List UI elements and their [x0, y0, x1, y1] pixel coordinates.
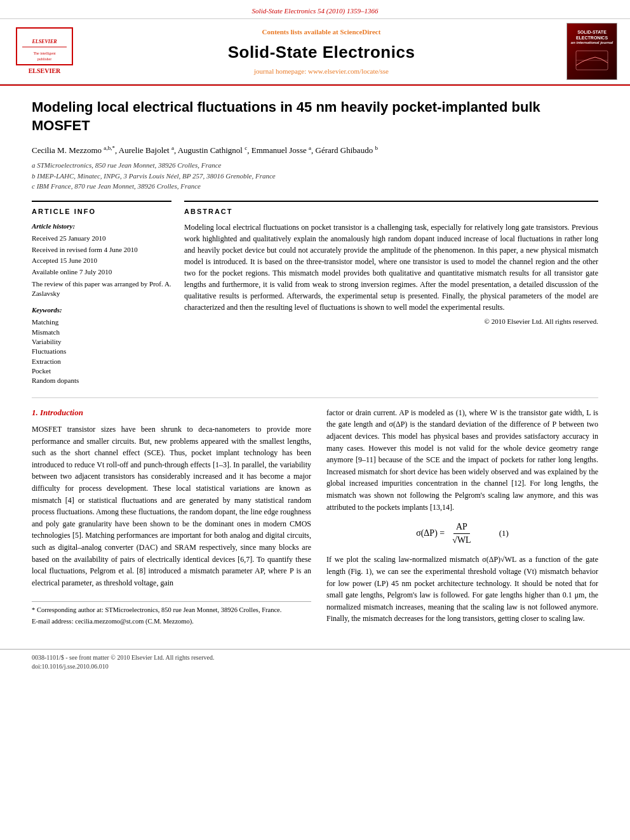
sciencedirect-name: ScienceDirect	[340, 28, 380, 36]
article-info: ARTICLE INFO Article history: Received 2…	[32, 201, 171, 386]
affiliation-a: a STMicroelectronics, 850 rue Jean Monne…	[32, 160, 598, 171]
sciencedirect-label: Contents lists available at	[262, 28, 338, 36]
email-note: E-mail address: cecilia.mezzomo@st.com (…	[32, 617, 311, 627]
equation-block: σ(ΔP) = AP √WL (1)	[326, 521, 598, 546]
svg-text:ELSEVIER: ELSEVIER	[31, 39, 57, 44]
author-ghibaudo: Gérard Ghibaudo b	[316, 145, 378, 155]
keyword-fluctuations: Fluctuations	[32, 347, 171, 356]
intro-paragraph2: factor or drain current. AP is modeled a…	[326, 407, 598, 513]
equation-fraction: AP √WL	[450, 521, 473, 546]
elsevier-brand: ELSEVIER	[29, 67, 61, 76]
issn-note: 0038-1101/$ - see front matter © 2010 El…	[32, 654, 214, 661]
received-date: Received 25 January 2010	[32, 234, 171, 243]
body-right-col: factor or drain current. AP is modeled a…	[326, 407, 598, 630]
intro-paragraph3: If we plot the scaling law-normalized mi…	[326, 554, 598, 625]
abstract-title: ABSTRACT	[184, 207, 598, 217]
author-cathignol: Augustin Cathignol c,	[178, 145, 251, 155]
fraction-numerator: AP	[453, 521, 470, 534]
journal-center: Contents lists available at ScienceDirec…	[76, 27, 566, 76]
authors-line: Cecilia M. Mezzomo a,b,*, Aurelie Bajole…	[32, 144, 598, 157]
fraction-denominator: √WL	[450, 534, 473, 547]
elsevier-logo: ELSEVIER The intelligent publisher ELSEV…	[13, 27, 76, 76]
revised-date: Received in revised form 4 June 2010	[32, 245, 171, 255]
affiliation-c: c IBM France, 870 rue Jean Monnet, 38926…	[32, 181, 598, 192]
content-divider	[32, 397, 598, 398]
keyword-pocket: Pocket	[32, 366, 171, 376]
equation-lhs: σ(ΔP) =	[416, 527, 445, 540]
journal-header: Solid-State Electronics 54 (2010) 1359–1…	[0, 0, 630, 86]
keyword-variability: Variability	[32, 337, 171, 347]
journal-citation: Solid-State Electronics 54 (2010) 1359–1…	[0, 4, 630, 18]
keyword-matching: Matching	[32, 317, 171, 327]
cover-title: SOLID-STATE ELECTRONICS an international…	[571, 30, 613, 45]
available-date: Available online 7 July 2010	[32, 267, 171, 277]
elsevier-logo-box: ELSEVIER The intelligent publisher	[16, 27, 73, 65]
homepage-url: www.elsevier.com/locate/sse	[308, 67, 389, 75]
body-left-col: 1. Introduction MOSFET transistor sizes …	[32, 407, 311, 630]
journal-title: Solid-State Electronics	[76, 41, 566, 63]
equation-number: (1)	[499, 528, 509, 539]
abstract-section: ABSTRACT Modeling local electrical fluct…	[184, 201, 598, 386]
copyright: © 2010 Elsevier Ltd. All rights reserved…	[184, 317, 598, 326]
journal-homepage: journal homepage: www.elsevier.com/locat…	[76, 67, 566, 76]
footnotes-area: * Corresponding author at: STMicroelectr…	[32, 601, 311, 626]
main-content: Modeling local electrical fluctuations i…	[0, 86, 630, 643]
affiliation-b: b IMEP-LAHC, Minatec, INPG, 3 Parvis Lou…	[32, 171, 598, 182]
paper-title: Modeling local electrical fluctuations i…	[32, 98, 598, 135]
body-two-col: 1. Introduction MOSFET transistor sizes …	[32, 407, 598, 630]
doi-line: doi:10.1016/j.sse.2010.06.010	[32, 663, 109, 670]
article-info-title: ARTICLE INFO	[32, 207, 171, 217]
svg-text:publisher: publisher	[37, 57, 51, 61]
review-note: The review of this paper was arranged by…	[32, 279, 171, 299]
equation-formula: σ(ΔP) = AP √WL	[416, 521, 474, 546]
keywords-section: Keywords: Matching Mismatch Variability …	[32, 305, 171, 386]
keyword-extraction: Extraction	[32, 357, 171, 366]
author-bajolet: Aurelie Bajolet a,	[119, 145, 178, 155]
section1-title: 1. Introduction	[32, 407, 311, 418]
accepted-date: Accepted 15 June 2010	[32, 256, 171, 265]
keyword-random-dopants: Random dopants	[32, 376, 171, 385]
author-josse: Emmanuel Josse a,	[251, 145, 316, 155]
corresponding-author-note: * Corresponding author at: STMicroelectr…	[32, 606, 311, 615]
homepage-label-text: journal homepage:	[254, 67, 308, 75]
info-abstract-row: ARTICLE INFO Article history: Received 2…	[32, 201, 598, 386]
author-mezzomo: Cecilia M. Mezzomo a,b,*,	[32, 145, 119, 155]
intro-paragraph1: MOSFET transistor sizes have been shrunk…	[32, 423, 311, 589]
affiliations: a STMicroelectronics, 850 rue Jean Monne…	[32, 160, 598, 192]
keyword-mismatch: Mismatch	[32, 328, 171, 337]
abstract-text: Modeling local electrical fluctuations o…	[184, 222, 598, 313]
equation-inner: σ(ΔP) = AP √WL (1)	[416, 521, 509, 546]
history-label: Article history:	[32, 222, 171, 231]
sciencedirect-line: Contents lists available at ScienceDirec…	[76, 27, 566, 37]
journal-cover-image: SOLID-STATE ELECTRONICS an international…	[566, 23, 617, 80]
svg-text:The intelligent: The intelligent	[33, 51, 55, 55]
footer-bar: 0038-1101/$ - see front matter © 2010 El…	[0, 649, 630, 675]
keywords-label: Keywords:	[32, 305, 171, 315]
